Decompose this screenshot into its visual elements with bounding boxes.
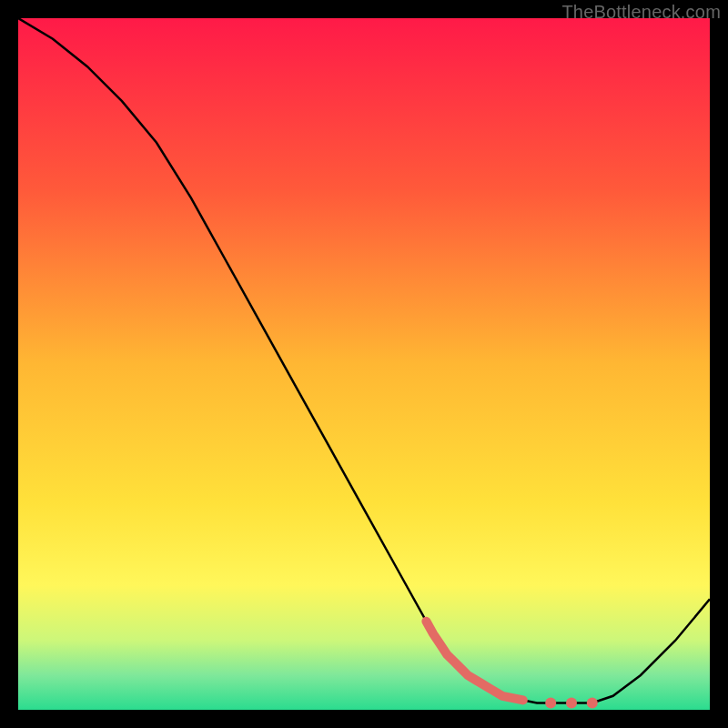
highlight-dot (587, 697, 598, 708)
chart-frame: TheBottleneck.com (0, 0, 728, 728)
plot-svg (18, 18, 710, 710)
highlight-dots (545, 697, 598, 708)
gradient-bg (18, 18, 710, 710)
highlight-dot (566, 697, 577, 708)
highlight-dot (545, 697, 556, 708)
plot-area (18, 18, 710, 710)
